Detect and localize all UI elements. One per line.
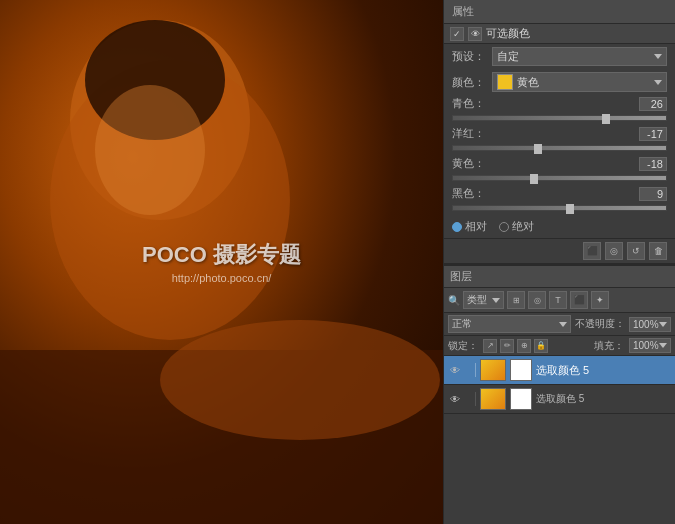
- cyan-label-row: 青色： 26: [444, 95, 675, 111]
- layer2-name: 选取颜色 5: [536, 392, 671, 406]
- color-swatch: [497, 74, 513, 90]
- clip-button[interactable]: ⬛: [583, 242, 601, 260]
- cyan-value[interactable]: 26: [639, 97, 667, 111]
- relative-label: 相对: [465, 219, 487, 234]
- black-label-row: 黑色： 9: [444, 185, 675, 201]
- lock-all-icon[interactable]: 🔒: [534, 339, 548, 353]
- preset-dropdown[interactable]: 自定: [492, 47, 667, 66]
- filter-icon-1[interactable]: ⊞: [507, 291, 525, 309]
- black-slider-thumb[interactable]: [566, 204, 574, 214]
- yellow-label: 黄色：: [452, 156, 485, 171]
- magenta-label-row: 洋红： -17: [444, 125, 675, 141]
- black-label: 黑色：: [452, 186, 485, 201]
- filter-icon: 🔍: [448, 295, 460, 306]
- layer-row-1[interactable]: 👁 选取颜色 5: [444, 356, 675, 385]
- fill-value-box[interactable]: 100%: [629, 338, 671, 353]
- method-radio-row: 相对 绝对: [444, 215, 675, 238]
- color-dropdown-arrow-icon: [654, 80, 662, 85]
- preset-value: 自定: [497, 49, 519, 64]
- layer2-thumbnail: [480, 388, 506, 410]
- check-icon[interactable]: ✓: [450, 27, 464, 41]
- blend-mode-dropdown[interactable]: 正常: [448, 315, 571, 333]
- layer1-link-area: [466, 363, 476, 377]
- svg-point-5: [95, 85, 205, 215]
- color-name: 黄色: [517, 75, 539, 90]
- magenta-group: 洋红： -17: [444, 125, 675, 155]
- opacity-value-box[interactable]: 100%: [629, 317, 671, 332]
- selective-color-header-row: ✓ 👁 可选颜色: [444, 24, 675, 44]
- cyan-label: 青色：: [452, 96, 485, 111]
- layers-section: 图层 🔍 类型 ⊞ ◎ T ⬛ ✦ 正常: [444, 263, 675, 524]
- filter-type-dropdown[interactable]: 类型: [463, 291, 504, 309]
- opacity-label: 不透明度：: [575, 317, 625, 331]
- magenta-label: 洋红：: [452, 126, 485, 141]
- layer2-link-area: [466, 392, 476, 406]
- relative-radio-icon[interactable]: [452, 222, 462, 232]
- filter-icon-2[interactable]: ◎: [528, 291, 546, 309]
- cyan-group: 青色： 26: [444, 95, 675, 125]
- blend-mode-value: 正常: [452, 317, 472, 331]
- cyan-slider-track[interactable]: [452, 115, 667, 121]
- color-label: 颜色：: [452, 75, 488, 90]
- blend-mode-arrow-icon: [559, 322, 567, 327]
- opacity-value: 100%: [633, 319, 659, 330]
- yellow-slider-track[interactable]: [452, 175, 667, 181]
- lock-row: 锁定： ↗ ✏ ⊕ 🔒 填充： 100%: [444, 336, 675, 356]
- properties-toolbar-row: ⬛ ◎ ↺ 🗑: [444, 238, 675, 263]
- color-dropdown[interactable]: 黄色: [492, 72, 667, 92]
- layer2-visibility-icon[interactable]: 👁: [448, 392, 462, 406]
- layer1-mask: [510, 359, 532, 381]
- watermark: POCO 摄影专题 http://photo.poco.cn/: [142, 240, 301, 284]
- watermark-sub-text: http://photo.poco.cn/: [142, 272, 301, 284]
- image-canvas-area: POCO 摄影专题 http://photo.poco.cn/: [0, 0, 443, 524]
- blend-mode-row: 正常 不透明度： 100%: [444, 313, 675, 336]
- absolute-radio-icon[interactable]: [499, 222, 509, 232]
- relative-radio-item[interactable]: 相对: [452, 219, 487, 234]
- layers-section-header: 图层: [444, 264, 675, 288]
- cyan-slider-row: [444, 111, 675, 125]
- filter-icon-4[interactable]: ⬛: [570, 291, 588, 309]
- cyan-slider-thumb[interactable]: [602, 114, 610, 124]
- yellow-slider-thumb[interactable]: [530, 174, 538, 184]
- layer2-mask: [510, 388, 532, 410]
- eye-icon[interactable]: 👁: [468, 27, 482, 41]
- preset-label: 预设：: [452, 49, 488, 64]
- fill-label: 填充：: [594, 339, 624, 353]
- lock-label: 锁定：: [448, 339, 478, 353]
- yellow-group: 黄色： -18: [444, 155, 675, 185]
- layer-row-2[interactable]: 👁 选取颜色 5: [444, 385, 675, 414]
- app-window: POCO 摄影专题 http://photo.poco.cn/ 属性 ✓ 👁 可…: [0, 0, 675, 524]
- preset-dropdown-arrow-icon: [654, 54, 662, 59]
- yellow-value[interactable]: -18: [639, 157, 667, 171]
- yellow-label-row: 黄色： -18: [444, 155, 675, 171]
- fill-arrow-icon: [659, 343, 667, 348]
- lock-move-icon[interactable]: ⊕: [517, 339, 531, 353]
- fill-value: 100%: [633, 340, 659, 351]
- filter-icon-5[interactable]: ✦: [591, 291, 609, 309]
- filter-icon-3[interactable]: T: [549, 291, 567, 309]
- filter-label: 类型: [467, 293, 487, 307]
- watermark-main-text: POCO 摄影专题: [142, 240, 301, 270]
- lock-arrow-icon[interactable]: ↗: [483, 339, 497, 353]
- magenta-value[interactable]: -17: [639, 127, 667, 141]
- properties-section-header: 属性: [444, 0, 675, 24]
- delete-button[interactable]: 🗑: [649, 242, 667, 260]
- magenta-slider-row: [444, 141, 675, 155]
- opacity-arrow-icon: [659, 322, 667, 327]
- right-panel: 属性 ✓ 👁 可选颜色 预设： 自定 颜色： 黄色: [443, 0, 675, 524]
- color-row: 颜色： 黄色: [444, 69, 675, 95]
- selective-color-label: 可选颜色: [486, 26, 530, 41]
- layer1-visibility-icon[interactable]: 👁: [448, 363, 462, 377]
- magenta-slider-thumb[interactable]: [534, 144, 542, 154]
- black-group: 黑色： 9: [444, 185, 675, 215]
- lock-brush-icon[interactable]: ✏: [500, 339, 514, 353]
- eye-refresh-button[interactable]: ◎: [605, 242, 623, 260]
- reset-button[interactable]: ↺: [627, 242, 645, 260]
- absolute-radio-item[interactable]: 绝对: [499, 219, 534, 234]
- magenta-slider-track[interactable]: [452, 145, 667, 151]
- properties-title: 属性: [452, 4, 474, 19]
- absolute-label: 绝对: [512, 219, 534, 234]
- black-value[interactable]: 9: [639, 187, 667, 201]
- black-slider-track[interactable]: [452, 205, 667, 211]
- layer1-thumbnail: [480, 359, 506, 381]
